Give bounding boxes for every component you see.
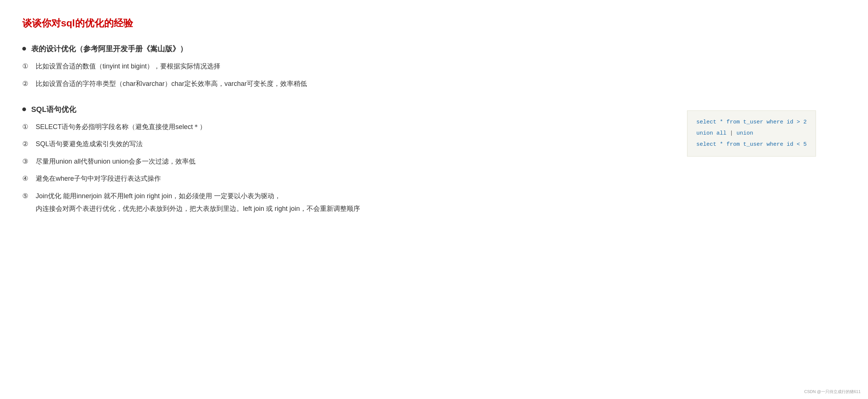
section1-heading-text: 表的设计优化（参考阿里开发手册《嵩山版》）: [31, 42, 187, 55]
code-line2-part1: union all: [696, 130, 726, 136]
section1-item-1: ① 比如设置合适的数值（tinyint int bigint），要根据实际情况选…: [22, 60, 846, 72]
code-line2-separator: |: [726, 130, 736, 136]
section1-item2-num: ②: [22, 78, 36, 90]
section2-item-4: ④ 避免在where子句中对字段进行表达式操作: [22, 173, 846, 184]
section2-item5-num: ⑤: [22, 190, 36, 202]
section2-item1-num: ①: [22, 121, 36, 133]
section2-item-5: ⑤ Join优化 能用innerjoin 就不用left join right …: [22, 190, 846, 215]
section1-item2-text: 比如设置合适的字符串类型（char和varchar）char定长效率高，varc…: [36, 78, 846, 90]
bullet-dot-2: [22, 107, 26, 111]
code-line3-text: select * from t_user where id < 5: [696, 141, 807, 148]
page-title: 谈谈你对sql的优化的经验: [22, 15, 846, 31]
section1-item1-text: 比如设置合适的数值（tinyint int bigint），要根据实际情况选择: [36, 60, 846, 72]
section2-item2-num: ②: [22, 138, 36, 150]
section2-item3-text: 尽量用union all代替union union会多一次过滤，效率低: [36, 155, 846, 167]
section-sql: SQL语句优化 ① SELECT语句务必指明字段名称（避免直接使用select＊…: [22, 103, 846, 215]
code-line-3: select * from t_user where id < 5: [696, 139, 807, 150]
code-line-1: select * from t_user where id > 2: [696, 117, 807, 128]
section2-heading-text: SQL语句优化: [31, 103, 76, 116]
section2-item5-text2: 内连接会对两个表进行优化，优先把小表放到外边，把大表放到里边。left join…: [22, 203, 360, 215]
section1-heading: 表的设计优化（参考阿里开发手册《嵩山版》）: [22, 42, 846, 55]
section2-item-3: ③ 尽量用union all代替union union会多一次过滤，效率低: [22, 155, 846, 167]
section1-item-2: ② 比如设置合适的字符串类型（char和varchar）char定长效率高，va…: [22, 78, 846, 90]
section2-item4-text: 避免在where子句中对字段进行表达式操作: [36, 173, 846, 184]
section-table-design: 表的设计优化（参考阿里开发手册《嵩山版》） ① 比如设置合适的数值（tinyin…: [22, 42, 846, 90]
code-box: select * from t_user where id > 2 union …: [687, 110, 816, 157]
bullet-dot-1: [22, 47, 26, 51]
code-line-2: union all | union: [696, 128, 807, 139]
code-line1-text: select * from t_user where id > 2: [696, 119, 807, 125]
code-line2-part2: union: [736, 130, 753, 136]
section2-item3-num: ③: [22, 155, 36, 167]
section2-item5-text: Join优化 能用innerjoin 就不用left join right jo…: [36, 190, 281, 202]
section1-item1-num: ①: [22, 60, 36, 72]
section2-item4-num: ④: [22, 173, 36, 184]
